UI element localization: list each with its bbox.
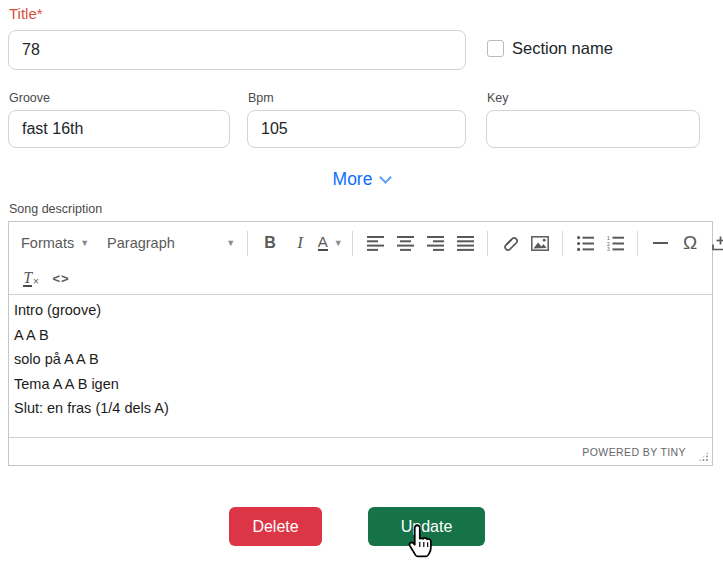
formats-dropdown-label: Formats xyxy=(21,235,74,251)
align-left-icon xyxy=(367,236,384,251)
rich-text-editor: Formats▼ Paragraph▼ B I A▼ xyxy=(8,221,713,466)
text-color-icon: A xyxy=(318,235,328,251)
song-description-label: Song description xyxy=(9,202,102,216)
chevron-down-icon xyxy=(380,171,393,184)
powered-by-tiny-label: POWERED BY TINY xyxy=(582,446,686,458)
editor-paragraph: Tema A A B igen xyxy=(14,372,707,397)
formats-dropdown[interactable]: Formats▼ xyxy=(16,229,94,257)
italic-button[interactable]: I xyxy=(285,229,315,257)
align-center-icon xyxy=(397,236,414,251)
editor-toolbar-row2: T× <> xyxy=(9,262,712,295)
insert-image-button[interactable] xyxy=(525,229,555,257)
groove-label: Groove xyxy=(9,91,50,105)
omega-icon: Ω xyxy=(683,232,697,254)
caret-down-icon: ▼ xyxy=(334,238,343,248)
text-color-button[interactable]: A▼ xyxy=(315,229,345,257)
numbered-list-button[interactable]: 123 xyxy=(600,229,630,257)
caret-down-icon: ▼ xyxy=(80,238,89,248)
more-label[interactable]: More xyxy=(333,169,373,190)
section-name-field: Section name xyxy=(487,39,613,58)
toolbar-divider xyxy=(637,231,638,256)
insert-link-button[interactable] xyxy=(495,229,525,257)
section-name-checkbox[interactable] xyxy=(487,40,504,57)
clear-formatting-button[interactable]: T× xyxy=(16,264,46,292)
paragraph-dropdown[interactable]: Paragraph▼ xyxy=(102,229,240,257)
caret-down-icon: ▼ xyxy=(226,238,235,248)
groove-input[interactable] xyxy=(8,110,230,148)
title-input[interactable] xyxy=(8,30,466,70)
clear-formatting-x: × xyxy=(33,276,39,287)
bullet-list-icon xyxy=(577,236,594,251)
insert-tray-icon xyxy=(712,235,723,251)
bpm-input[interactable] xyxy=(247,110,466,148)
title-label-text: Title xyxy=(9,5,37,22)
horizontal-rule-button[interactable] xyxy=(645,229,675,257)
horizontal-rule-icon xyxy=(653,242,668,244)
toolbar-divider xyxy=(487,231,488,256)
align-right-icon xyxy=(427,236,444,251)
title-label: Title* xyxy=(9,5,43,22)
toolbar-divider xyxy=(562,231,563,256)
editor-paragraph: solo på A A B xyxy=(14,347,707,372)
resize-grip[interactable] xyxy=(698,451,709,462)
link-icon xyxy=(501,234,519,252)
clear-formatting-icon: T xyxy=(23,270,32,287)
delete-button[interactable]: Delete xyxy=(229,507,322,546)
section-name-label[interactable]: Section name xyxy=(512,39,613,58)
song-description-editor-body[interactable]: Intro (groove) A A B solo på A A B Tema … xyxy=(9,295,712,437)
editor-paragraph: Intro (groove) xyxy=(14,298,707,323)
bpm-label: Bpm xyxy=(248,91,274,105)
svg-text:3: 3 xyxy=(607,246,610,251)
editor-statusbar: POWERED BY TINY xyxy=(9,437,712,465)
bullet-list-button[interactable] xyxy=(570,229,600,257)
source-code-button[interactable]: <> xyxy=(46,264,76,292)
align-justify-button[interactable] xyxy=(450,229,480,257)
update-button[interactable]: Update xyxy=(368,507,485,546)
editor-toolbar-row1: Formats▼ Paragraph▼ B I A▼ xyxy=(9,222,712,262)
toolbar-divider xyxy=(352,231,353,256)
key-label: Key xyxy=(487,91,509,105)
numbered-list-icon: 123 xyxy=(607,236,624,251)
source-code-icon: <> xyxy=(52,271,69,286)
toolbar-divider xyxy=(247,231,248,256)
more-toggle[interactable]: More xyxy=(0,169,723,190)
key-input[interactable] xyxy=(486,110,700,148)
editor-paragraph: Slut: en fras (1/4 dels A) xyxy=(14,396,707,421)
align-right-button[interactable] xyxy=(420,229,450,257)
insert-template-button[interactable] xyxy=(705,229,723,257)
bold-icon: B xyxy=(264,234,276,252)
editor-paragraph: A A B xyxy=(14,323,707,348)
align-justify-icon xyxy=(457,236,474,251)
paragraph-dropdown-label: Paragraph xyxy=(107,235,175,251)
special-character-button[interactable]: Ω xyxy=(675,229,705,257)
image-icon xyxy=(531,236,549,251)
italic-icon: I xyxy=(297,233,303,253)
bold-button[interactable]: B xyxy=(255,229,285,257)
align-left-button[interactable] xyxy=(360,229,390,257)
required-asterisk: * xyxy=(37,5,43,22)
align-center-button[interactable] xyxy=(390,229,420,257)
